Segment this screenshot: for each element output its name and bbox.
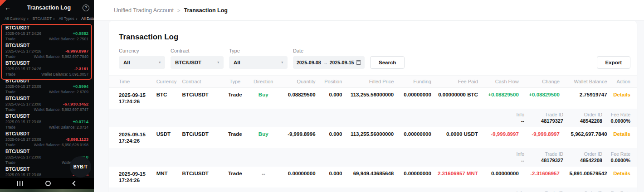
table-row: 2025-09-1517:24:26 BTC BTC/USDT Trade Bu… [109, 88, 637, 109]
search-button[interactable]: Search [370, 56, 405, 69]
mobile-app-panel: ← Transaction Log ? All Currency ▾ BTC/U… [0, 0, 94, 192]
list-item[interactable]: BTC/USDT 2025-09-15 17:23:08-67,930.3452… [0, 94, 94, 112]
list-item[interactable]: BTC/USDT 2025-09-15 17:24:26+0.0882 Trad… [0, 24, 94, 41]
contract-cell: BTC/USDT [182, 92, 221, 97]
recents-icon[interactable] [17, 181, 23, 186]
column-header: Type [220, 79, 249, 84]
transaction-table: Time Currency Contract Type Direction Qu… [109, 75, 637, 192]
caret-down-icon: ▾ [281, 61, 283, 64]
list-item[interactable]: BTC/USDT 2025-09-15 17:24:26-9,999.8997 … [0, 41, 94, 59]
entry-wallet-balance: Wallet Balance: 5,982,697.6747 [34, 107, 88, 113]
caret-down-icon: ▾ [27, 18, 29, 20]
list-item[interactable]: BTC/USDT 2025-09-15 17:23:08-8,098.1123 … [0, 130, 94, 147]
table-row: 2025-09-1517:24:26 USDT BTC/USDT Trade B… [109, 127, 637, 148]
info-value: -- [496, 118, 524, 124]
screenshot-stage: ← Transaction Log ? All Currency ▾ BTC/U… [0, 0, 644, 192]
list-item[interactable]: BTC/USDT 2025-09-15 17:24:26-2.3161 Trad… [0, 59, 94, 77]
caret-down-icon: ▾ [53, 18, 54, 20]
currency-filter-group: Currency All ▾ [119, 48, 165, 69]
entry-datetime: 2025-09-15 17:24:26 [5, 49, 41, 54]
change-cell: +0.08829500 [519, 92, 560, 97]
details-link[interactable]: Details [607, 131, 630, 137]
export-button[interactable]: Export [597, 56, 630, 69]
column-header: Direction [249, 79, 277, 84]
pair-label: BTC/USDT [5, 149, 88, 154]
pair-label: BTC/USDT [5, 25, 88, 31]
entry-type: Trade [5, 107, 15, 113]
column-header: Time [119, 79, 156, 84]
column-header: Funding [394, 79, 431, 84]
currency-cell: USDT [156, 131, 182, 137]
android-back-icon[interactable] [72, 181, 77, 186]
entry-datetime: 2025-09-15 17:23:08 [5, 137, 41, 143]
currency-label: Currency [119, 48, 165, 53]
column-header: Filled Price [342, 79, 394, 84]
table-subrow: Info-- Trade ID48179327 Order ID48542208… [109, 187, 637, 192]
entry-datetime: 2025-09-15 17:24:26 [5, 31, 41, 37]
time-cell: 2025-09-1517:24:26 [119, 171, 156, 183]
entry-wallet-balance: Wallet Balance: 6,050,628.0198 [34, 143, 88, 148]
breadcrumb-root-link[interactable]: Unified Trading Account [114, 7, 174, 14]
currency-cell: BTC [156, 92, 182, 97]
order-id-value: 48542208 [563, 118, 602, 124]
funding-cell: 0.00000000 [394, 131, 431, 137]
table-subrow: Info-- Trade ID48179327 Order ID48542208… [109, 109, 637, 127]
wallet-balance-cell: 5,962,697.7840 [560, 131, 607, 137]
change-cell: -2.31606957 [519, 171, 560, 176]
trade-id-value: 48179327 [524, 118, 563, 124]
desktop-panel: Unified Trading Account > Transaction Lo… [94, 0, 644, 192]
fee-rate-label: Fee Rate [602, 190, 630, 192]
type-filter-group: Type All ▾ [229, 48, 288, 69]
column-header: Fee Paid [431, 79, 478, 84]
date-range-input[interactable]: 2025-09-08 → 2025-09-15 [293, 56, 365, 69]
funding-cell: 0.00000000 [394, 92, 431, 97]
filter-all-types[interactable]: All Types ▾ [59, 16, 77, 21]
date-end: 2025-09-15 [330, 60, 354, 65]
details-link[interactable]: Details [607, 171, 630, 176]
pair-label: BTC/USDT [5, 43, 88, 48]
column-header: Quantity [277, 79, 316, 84]
column-header: Action [607, 79, 630, 84]
details-link[interactable]: Details [607, 92, 630, 97]
trade-id-value: 48179327 [524, 157, 563, 163]
filter-contract[interactable]: BTC/USDT ▾ [33, 16, 55, 21]
trade-id-label: Trade ID [524, 151, 563, 157]
order-id-label: Order ID [563, 190, 602, 192]
info-label: Info [496, 151, 524, 157]
contract-select[interactable]: BTC/USDT ▾ [171, 56, 224, 69]
order-id-label: Order ID [563, 111, 602, 118]
page-title: Transaction Log [109, 21, 637, 42]
list-item[interactable]: BTC/USDT 2025-09-15 17:23:08+0.0714 Trad… [0, 112, 94, 130]
order-id-label: Order ID [563, 151, 602, 157]
caret-down-icon: ▾ [159, 61, 161, 64]
time-cell: 2025-09-1517:24:26 [119, 92, 156, 105]
entry-datetime: 2025-09-15 17:23:08 [5, 155, 41, 160]
filter-all-currency[interactable]: All Currency ▾ [5, 16, 29, 21]
help-icon[interactable]: ? [83, 5, 89, 11]
fee-paid-cell: 0.0000 USDT [431, 131, 478, 137]
entry-wallet-balance: Wallet Balance: 5,891.0057 [41, 72, 88, 77]
home-icon[interactable] [45, 181, 51, 186]
filters-row: Currency All ▾ Contract BTC/USDT ▾ Type [109, 42, 637, 69]
table-header-row: Time Currency Contract Type Direction Qu… [109, 75, 637, 88]
type-cell: Trade [220, 131, 249, 137]
date-filter-group: Date 2025-09-08 → 2025-09-15 [293, 48, 365, 69]
entry-amount: +0.0882 [73, 31, 88, 36]
date-label: Date [293, 48, 365, 53]
position-cell: 0.000 [316, 131, 342, 137]
mobile-transaction-list: BTC/USDT 2025-09-15 17:24:26+0.0882 Trad… [0, 24, 94, 178]
cash-flow-cell: -9,999.8997 [478, 131, 519, 137]
entry-wallet-balance: Wallet Balance: 2.6709 [49, 90, 88, 95]
time-cell: 2025-09-1517:24:26 [119, 131, 156, 144]
contract-cell: BTC/USDT [182, 171, 221, 176]
type-label: Type [229, 48, 288, 53]
quantity-cell: 0.00000000 [277, 171, 316, 176]
transaction-log-card: Transaction Log Currency All ▾ Contract … [109, 21, 637, 192]
direction-cell: Buy [249, 92, 277, 97]
currency-select[interactable]: All ▾ [119, 56, 165, 69]
type-select[interactable]: All ▾ [229, 56, 288, 69]
position-cell: 0.000 [316, 92, 342, 97]
mobile-page-title: Transaction Log [15, 5, 83, 11]
filter-all-dates[interactable]: All Dates ▾ [81, 16, 94, 21]
list-item[interactable]: BTC/USDT 2025-09-15 17:23:08+0.5994 Trad… [0, 77, 94, 94]
